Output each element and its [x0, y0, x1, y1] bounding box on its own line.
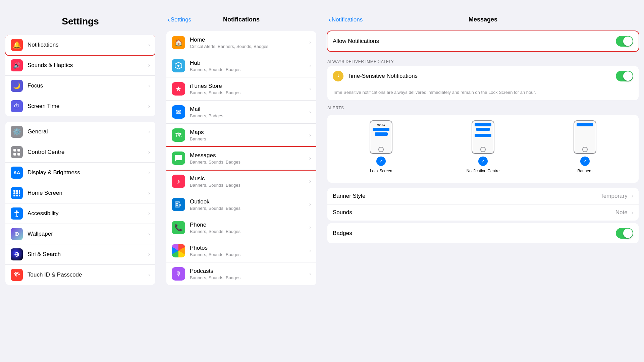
notif-item-messages[interactable]: Messages Banners, Sounds, Badges › [166, 147, 316, 170]
time-sensitive-icon [335, 73, 341, 79]
notif-item-home[interactable]: 🏠 Home Critical Alerts, Banners, Sounds,… [166, 31, 316, 54]
outlook-icon: O O [174, 200, 182, 208]
banners-mockup [574, 120, 596, 154]
time-sensitive-toggle[interactable] [616, 71, 633, 81]
always-deliver-section-header: ALWAYS DELIVER IMMEDIATELY [322, 54, 644, 66]
time-sensitive-block: Time-Sensitive Notifications Time Sensit… [327, 66, 639, 100]
alert-device-lock-screen[interactable]: 09:41 ✓ Lock Screen [370, 120, 392, 173]
notif-item-hub[interactable]: Hub Banners, Sounds, Badges › [166, 54, 316, 77]
allow-notifications-toggle[interactable] [616, 36, 633, 47]
notif-item-phone[interactable]: 📞 Phone Banners, Sounds, Badges › [166, 216, 316, 239]
notification-centre-home-button [480, 147, 486, 152]
notif-item-music[interactable]: ♪ Music Banners, Sounds, Badges › [166, 170, 316, 193]
settings-item-screen-time[interactable]: ⏱ Screen Time › [5, 96, 155, 116]
back-to-settings-button[interactable]: ‹ Settings [168, 16, 191, 23]
right-panel-header: ‹ Notifications Messages [322, 0, 644, 28]
home-screen-icon [13, 189, 20, 197]
settings-item-sounds-haptics[interactable]: 🔊 Sounds & Haptics › [5, 55, 155, 76]
notifications-chevron: › [148, 42, 150, 48]
allow-notifications-row[interactable]: Allow Notifications [327, 31, 639, 51]
settings-item-control-centre[interactable]: Control Centre › [5, 142, 155, 163]
badges-row[interactable]: Badges [327, 223, 639, 243]
music-chevron: › [309, 178, 311, 184]
left-panel-header: Settings [0, 0, 161, 32]
hub-icon-wrap [172, 59, 185, 72]
outlook-chevron: › [309, 201, 311, 207]
banners-check-icon: ✓ [583, 159, 587, 164]
banners-checkmark: ✓ [580, 157, 590, 166]
home-screen-text: Home Screen [28, 190, 146, 196]
notification-centre-check-icon: ✓ [481, 159, 485, 164]
settings-item-home-screen[interactable]: Home Screen › [5, 183, 155, 203]
badges-toggle[interactable] [616, 228, 633, 239]
accessibility-icon-wrap [11, 207, 23, 220]
siri-icon [13, 251, 20, 258]
back-to-notifications-button[interactable]: ‹ Notifications [329, 16, 363, 23]
mail-icon-wrap: ✉ [172, 105, 185, 119]
photos-chevron: › [309, 248, 311, 254]
notif-item-itunes[interactable]: ★ iTunes Store Banners, Sounds, Badges › [166, 77, 316, 101]
control-centre-icon [13, 148, 20, 156]
svg-rect-11 [16, 195, 18, 196]
outlook-subtitle: Banners, Sounds, Badges [190, 206, 307, 211]
settings-item-notifications[interactable]: 🔔 Notifications › [5, 35, 155, 55]
settings-item-touchid-passcode[interactable]: Touch ID & Passcode › [5, 265, 155, 285]
alert-device-notification-centre[interactable]: ✓ Notification Centre [467, 120, 500, 173]
alert-icons-row: 09:41 ✓ Lock Screen [333, 120, 633, 173]
notification-centre-area [472, 121, 494, 147]
lock-screen-checkmark: ✓ [376, 157, 386, 166]
banners-bar-1 [577, 123, 593, 126]
notif-item-maps[interactable]: 🗺 Maps Banners › [166, 124, 316, 147]
lock-screen-area: 09:41 [370, 121, 392, 147]
control-centre-icon-wrap [11, 146, 23, 158]
mail-icon: ✉ [176, 108, 181, 116]
svg-text:O: O [179, 203, 181, 206]
home-app-chevron: › [309, 40, 311, 46]
settings-panel: Settings 🔔 Notifications › 🔊 Sounds & Ha… [0, 0, 161, 362]
settings-item-accessibility[interactable]: Accessibility › [5, 203, 155, 224]
notif-item-mail[interactable]: ✉ Mail Banners, Badges › [166, 101, 316, 124]
control-centre-label: Control Centre [28, 149, 146, 156]
settings-item-display-brightness[interactable]: AA Display & Brightness › [5, 163, 155, 183]
settings-item-focus[interactable]: 🌙 Focus › [5, 76, 155, 96]
mail-text: Mail Banners, Badges [190, 106, 307, 118]
itunes-text: iTunes Store Banners, Sounds, Badges [190, 83, 307, 95]
back-chevron-icon: ‹ [168, 16, 170, 23]
alert-device-banners[interactable]: ✓ Banners [574, 120, 596, 173]
outlook-label: Outlook [190, 198, 307, 205]
settings-item-siri-search[interactable]: Siri & Search › [5, 244, 155, 265]
notifications-list: 🏠 Home Critical Alerts, Banners, Sounds,… [166, 31, 316, 285]
display-brightness-icon: AA [13, 170, 20, 175]
display-brightness-chevron: › [148, 170, 150, 176]
notif-item-podcasts[interactable]: 🎙 Podcasts Banners, Sounds, Badges › [166, 262, 316, 285]
banner-style-row[interactable]: Banner Style Temporary › [327, 188, 639, 204]
middle-panel-header: ‹ Settings Notifications [161, 0, 322, 28]
time-sensitive-row: Time-Sensitive Notifications [327, 66, 639, 86]
time-sensitive-text: Time-Sensitive Notifications [347, 73, 616, 79]
touchid-passcode-chevron: › [148, 272, 150, 278]
time-sensitive-toggle-knob [623, 71, 633, 81]
general-chevron: › [148, 129, 150, 135]
svg-rect-12 [19, 195, 20, 196]
phone-chevron: › [309, 225, 311, 231]
touchid-icon [13, 271, 20, 279]
notifications-icon-wrap: 🔔 [11, 39, 23, 51]
phone-subtitle: Banners, Sounds, Badges [190, 229, 307, 234]
lock-screen-time: 09:41 [377, 123, 385, 126]
general-icon: ⚙️ [13, 128, 21, 136]
itunes-icon-wrap: ★ [172, 82, 185, 96]
notif-item-photos[interactable]: Photos Banners, Sounds, Badges › [166, 239, 316, 262]
home-screen-label: Home Screen [28, 190, 146, 196]
settings-item-wallpaper[interactable]: Wallpaper › [5, 224, 155, 244]
sounds-value: Note [615, 209, 628, 216]
notifications-icon: 🔔 [13, 41, 21, 49]
svg-point-31 [338, 76, 339, 77]
music-text: Music Banners, Sounds, Badges [190, 175, 307, 188]
time-sensitive-description: Time Sensitive notifications are always … [327, 87, 639, 100]
general-text: General [28, 128, 146, 135]
sounds-row[interactable]: Sounds Note › [327, 204, 639, 221]
banner-style-value: Temporary [600, 193, 627, 199]
middle-panel-title: Notifications [223, 16, 260, 23]
notif-item-outlook[interactable]: O O Outlook Banners, Sounds, Badges › [166, 193, 316, 216]
settings-item-general[interactable]: ⚙️ General › [5, 122, 155, 142]
